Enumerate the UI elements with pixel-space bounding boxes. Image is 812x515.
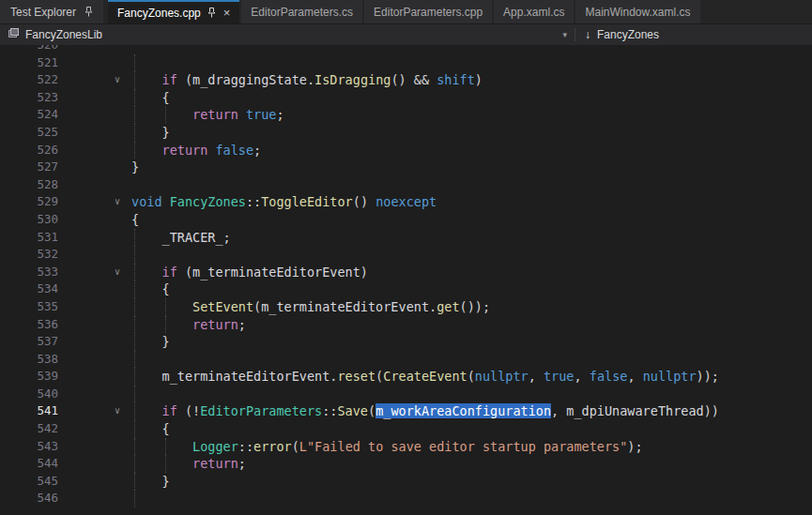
code-token: false bbox=[215, 143, 253, 158]
code-line[interactable]: 520 bbox=[0, 45, 812, 54]
code-token bbox=[131, 369, 162, 384]
code-editor[interactable]: 520521522∨ if (m_draggingState.IsDraggin… bbox=[0, 45, 812, 515]
fold-arrow-icon[interactable]: ∨ bbox=[58, 193, 131, 211]
code-text: } bbox=[131, 124, 812, 142]
code-line[interactable]: 543 Logger::error(L"Failed to save edito… bbox=[0, 438, 812, 456]
code-text bbox=[131, 45, 812, 54]
code-token: true bbox=[246, 107, 277, 122]
chevron-down-icon[interactable]: ▾ bbox=[562, 30, 567, 39]
code-line[interactable]: 525 } bbox=[0, 124, 812, 142]
indent-guide bbox=[165, 316, 166, 334]
fold-column bbox=[58, 473, 131, 491]
code-line[interactable]: 528 bbox=[0, 176, 812, 194]
code-token: :: bbox=[322, 403, 337, 418]
line-number: 524 bbox=[0, 106, 58, 124]
code-token: ( bbox=[177, 265, 192, 280]
code-token: return bbox=[192, 317, 238, 332]
tab-app-xaml-cs[interactable]: App.xaml.cs bbox=[494, 0, 574, 23]
code-token: void bbox=[131, 194, 162, 209]
code-line[interactable]: 530{ bbox=[0, 211, 812, 229]
tab-editorparameters-cs[interactable]: EditorParameters.cs bbox=[241, 0, 362, 23]
code-token: reset bbox=[337, 369, 375, 384]
tab-mainwindow-xaml-cs[interactable]: MainWindow.xaml.cs bbox=[575, 0, 699, 23]
code-token: } bbox=[131, 159, 139, 174]
code-line[interactable]: 539 m_terminateEditorEvent.reset(CreateE… bbox=[0, 368, 812, 386]
code-line[interactable]: 532 bbox=[0, 246, 812, 264]
project-dropdown[interactable]: FancyZonesLib ▾ bbox=[0, 28, 575, 42]
pin-icon[interactable] bbox=[207, 8, 216, 18]
code-text: if (m_terminateEditorEvent) bbox=[131, 264, 812, 281]
code-token: ( bbox=[292, 439, 299, 454]
code-line[interactable]: 544 return; bbox=[0, 455, 812, 473]
code-line[interactable]: 529∨void FancyZones::ToggleEditor() noex… bbox=[0, 193, 812, 211]
indent-guide bbox=[134, 298, 135, 316]
code-line[interactable]: 531 _TRACER_; bbox=[0, 229, 812, 247]
code-token bbox=[131, 72, 162, 87]
code-line[interactable]: 542 { bbox=[0, 420, 812, 438]
tab-bar: Test Explorer FancyZones.cpp × EditorPar… bbox=[0, 0, 812, 23]
code-line[interactable]: 524 return true; bbox=[0, 106, 812, 124]
member-dropdown[interactable]: ↓ FancyZones bbox=[575, 28, 668, 41]
code-text: _TRACER_; bbox=[131, 229, 812, 247]
code-token: IsDragging bbox=[314, 72, 391, 87]
line-number: 529 bbox=[0, 193, 58, 211]
code-text bbox=[131, 54, 812, 72]
fold-arrow-icon[interactable]: ∨ bbox=[58, 264, 131, 281]
line-number: 545 bbox=[0, 473, 58, 491]
fold-column bbox=[58, 386, 131, 403]
indent-guide bbox=[165, 438, 166, 456]
code-line[interactable]: 526 return false; bbox=[0, 142, 812, 159]
indent-guide bbox=[134, 54, 135, 72]
tab-test-explorer[interactable]: Test Explorer bbox=[0, 0, 103, 23]
fold-arrow-icon[interactable]: ∨ bbox=[58, 71, 131, 89]
code-text bbox=[131, 490, 812, 507]
line-number: 525 bbox=[0, 124, 58, 142]
code-token: if bbox=[162, 265, 177, 280]
code-token: ; bbox=[276, 107, 283, 122]
fold-column bbox=[58, 368, 131, 386]
code-line[interactable]: 536 return; bbox=[0, 316, 812, 334]
line-number: 523 bbox=[0, 89, 58, 107]
code-token: m_dpiUnawareThread bbox=[566, 403, 703, 418]
code-text: SetEvent(m_terminateEditorEvent.get()); bbox=[131, 298, 812, 316]
line-number: 536 bbox=[0, 316, 58, 334]
selected-text: m_workAreaConfiguration bbox=[375, 403, 551, 418]
code-line[interactable]: 534 { bbox=[0, 280, 812, 298]
fold-arrow-icon[interactable]: ∨ bbox=[58, 402, 131, 420]
code-line[interactable]: 546 bbox=[0, 490, 812, 507]
close-icon[interactable]: × bbox=[223, 7, 231, 19]
code-token: FancyZones bbox=[170, 194, 246, 209]
code-token bbox=[131, 107, 192, 122]
code-line[interactable]: 533∨ if (m_terminateEditorEvent) bbox=[0, 264, 812, 281]
indent-guide bbox=[134, 71, 135, 89]
code-line[interactable]: 522∨ if (m_draggingState.IsDragging() &&… bbox=[0, 71, 812, 89]
code-token: { bbox=[131, 212, 139, 227]
tab-fancyzones-cpp[interactable]: FancyZones.cpp × bbox=[108, 0, 239, 23]
fold-column bbox=[58, 89, 131, 107]
code-token: { bbox=[131, 90, 170, 105]
code-token: } bbox=[131, 334, 170, 349]
code-line[interactable]: 535 SetEvent(m_terminateEditorEvent.get(… bbox=[0, 298, 812, 316]
tab-editorparameters-cpp[interactable]: EditorParameters.cpp bbox=[364, 0, 492, 23]
code-token: return bbox=[192, 456, 238, 471]
code-line[interactable]: 538 bbox=[0, 351, 812, 369]
code-line[interactable]: 540 bbox=[0, 386, 812, 403]
code-line[interactable]: 541∨ if (!EditorParameters::Save(m_workA… bbox=[0, 402, 812, 420]
code-token: m_terminateEditorEvent bbox=[162, 369, 330, 384]
code-line[interactable]: 545 } bbox=[0, 473, 812, 491]
code-token: return bbox=[162, 143, 208, 158]
fold-column bbox=[58, 229, 131, 247]
code-line[interactable]: 527} bbox=[0, 159, 812, 176]
code-line[interactable]: 537 } bbox=[0, 333, 812, 351]
fold-column bbox=[58, 298, 131, 316]
code-token: ) bbox=[360, 265, 368, 280]
fold-column bbox=[58, 176, 131, 194]
line-number: 522 bbox=[0, 71, 58, 89]
pin-icon[interactable] bbox=[84, 7, 93, 17]
fold-column bbox=[58, 438, 131, 456]
line-number: 539 bbox=[0, 368, 58, 386]
tab-label: App.xaml.cs bbox=[503, 6, 564, 19]
code-line[interactable]: 523 { bbox=[0, 89, 812, 107]
fold-column bbox=[58, 142, 131, 159]
code-line[interactable]: 521 bbox=[0, 54, 812, 72]
